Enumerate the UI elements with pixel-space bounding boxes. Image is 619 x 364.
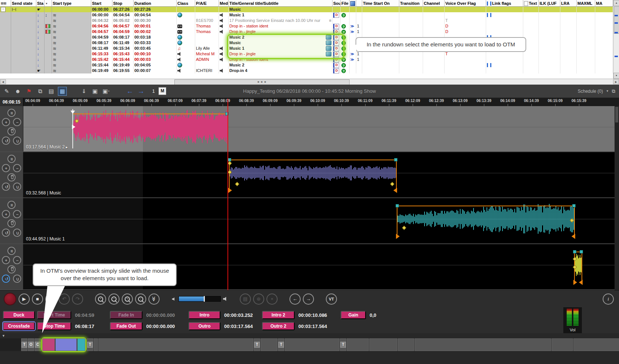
overview-menu-caret-icon[interactable]: ▼ (2, 334, 5, 338)
redo-button[interactable]: ↷ (72, 294, 83, 305)
column-header-stop[interactable]: Stop (112, 0, 134, 6)
group-expander-icon[interactable]: − (1, 7, 6, 12)
rundown-vertical-scrollbar[interactable]: ▲ ▼ (613, 0, 619, 79)
zoom-in-button[interactable]: + (95, 294, 106, 305)
start-time-button[interactable]: Start Time (37, 311, 71, 319)
paste-icon[interactable]: ▤ (47, 87, 56, 96)
column-header-start[interactable]: Start (91, 0, 112, 6)
overview-segment[interactable] (347, 338, 369, 351)
overview-segment[interactable] (55, 338, 77, 351)
fade-handle-icon[interactable] (71, 111, 75, 114)
menu-button[interactable]: ≡ (7, 109, 16, 117)
track-1[interactable]: ≡+−↺∪03:17.564 | Music 2 ▸ (0, 106, 619, 152)
envelope-edge[interactable] (397, 206, 397, 238)
overview-segment-t[interactable]: T (340, 338, 346, 351)
fade-in-button[interactable]: Fade In (110, 311, 143, 319)
column-header-tree[interactable]: ▼ (45, 0, 52, 6)
mode-button[interactable]: M (158, 87, 166, 95)
overview-segment-o[interactable]: O (28, 338, 34, 351)
envelope-handle[interactable] (573, 250, 576, 253)
rundown-row[interactable]: ↓≋06:04:5706:04:5900:00:02ThomasDrop in … (0, 29, 613, 35)
column-header-sour[interactable]: Sour (333, 0, 341, 6)
overview-segment[interactable] (261, 338, 278, 351)
volume-max-icon[interactable] (223, 294, 228, 305)
fade-handle-icon[interactable] (72, 125, 75, 129)
envelope-handle[interactable] (572, 204, 576, 207)
envelope-line[interactable] (397, 206, 575, 206)
column-header-ma[interactable]: MA (595, 0, 613, 6)
record-button[interactable] (4, 293, 16, 305)
timeline-ruler[interactable]: 06:08:15 06:04:0906:04:3906:05:0906:05:3… (0, 98, 619, 106)
hold-button[interactable]: ∪ (13, 183, 21, 191)
trash-button[interactable] (7, 173, 16, 181)
minus-button[interactable]: − (13, 256, 21, 264)
overview-segment[interactable] (398, 338, 414, 351)
hold-button[interactable]: ∪ (13, 275, 21, 283)
intro-2-button[interactable]: Intro 2 (262, 311, 295, 319)
column-header-starttype[interactable]: Start type (52, 0, 91, 6)
loop-button[interactable]: ↺ (2, 137, 10, 145)
voice-track-button[interactable]: VT (326, 294, 337, 305)
scrollbar-thumb[interactable] (614, 6, 619, 34)
mixdown-button[interactable]: ⊛ (253, 294, 264, 305)
column-header-pae[interactable]: P/A/E (195, 0, 219, 6)
envelope-line[interactable] (229, 160, 397, 160)
minus-button[interactable]: − (13, 164, 21, 172)
envelope-handle[interactable] (580, 250, 583, 253)
menu-button[interactable]: ≡ (7, 201, 16, 209)
copy-icon[interactable]: ⧉ (36, 87, 45, 96)
go-previous-button[interactable]: ← (289, 294, 301, 305)
overview-segment[interactable] (94, 338, 98, 351)
gain-button[interactable]: Gain (341, 311, 366, 319)
fade-in-handle-icon[interactable] (396, 234, 400, 239)
overview-segment[interactable] (573, 338, 619, 351)
overview-segment[interactable] (42, 338, 55, 351)
rundown-row[interactable]: ↓≋06:15:4406:19:4900:04:05Music 2D? (0, 62, 613, 68)
play-button[interactable]: ▶ (19, 294, 30, 305)
plus-button[interactable]: + (2, 118, 10, 126)
scrollbar-thumb[interactable]: ■ ■ ■ (174, 79, 350, 85)
go-next-button[interactable]: → (303, 294, 314, 305)
save-plus-icon[interactable]: ▣+ (102, 87, 111, 96)
rundown-horizontal-scrollbar[interactable]: ◀ ■ ■ ■ ▶ (0, 79, 619, 85)
overview-segment[interactable] (551, 338, 573, 351)
scroll-down-icon[interactable]: ▼ (613, 73, 619, 79)
envelope-handle[interactable] (396, 204, 399, 207)
column-header-sendstate[interactable]: Send state (11, 0, 36, 6)
column-header-channel[interactable]: Channel (423, 0, 445, 6)
overview-segment[interactable] (285, 338, 340, 351)
scrollbar-thumb[interactable] (615, 107, 618, 122)
column-header-class[interactable]: Class (177, 0, 195, 6)
column-header-media[interactable]: Media (219, 0, 229, 6)
loop-button[interactable]: ↺ (2, 275, 10, 283)
schedule-dropdown[interactable]: Schedule (0) (578, 89, 603, 94)
overview-segment-t[interactable]: T (87, 338, 93, 351)
column-header-ilk[interactable]: ILK (LUF (539, 0, 560, 6)
stop-button[interactable]: ■ (32, 294, 43, 305)
envelope-line[interactable] (72, 114, 227, 114)
column-header-files[interactable]: File s (341, 0, 350, 6)
track-3[interactable]: ≡+−↺∪03:44.952 | Music 1 (0, 198, 619, 244)
column-header-lra[interactable]: LRA (560, 0, 577, 6)
loop-button[interactable]: ↺ (2, 229, 10, 237)
goto-playhead-icon[interactable]: ⇓ (79, 87, 88, 96)
loop-button[interactable]: ↺ (2, 183, 10, 191)
fade-out-handle-icon[interactable] (393, 188, 397, 193)
crossfade-button[interactable]: Crossfade (3, 322, 35, 330)
overview-segment-t[interactable]: T (21, 338, 27, 351)
outro-button[interactable]: Outro (189, 322, 220, 330)
minus-button[interactable]: − (13, 118, 21, 126)
chevron-down-icon[interactable]: ▼ (606, 89, 609, 93)
column-header-num[interactable] (356, 0, 362, 6)
cancel-button[interactable]: × (266, 294, 278, 305)
rundown-row[interactable]: ↓≋06:15:3306:15:4300:00:10Micheal MDrop … (0, 51, 613, 57)
expand-icon[interactable]: ⧉ (612, 88, 615, 94)
info-button[interactable]: i (603, 294, 614, 305)
track-4-clip[interactable] (574, 244, 582, 290)
pencil-icon[interactable]: ✎ (2, 87, 11, 96)
trash-button[interactable] (7, 127, 16, 135)
duck-button[interactable]: Duck (3, 311, 35, 319)
rundown-row[interactable]: ☛≋06:19:4906:19:5500:00:07ICHTERIDrop-in… (0, 68, 613, 73)
envelope-edge[interactable] (396, 160, 397, 192)
column-header-duration[interactable]: Duration (134, 0, 177, 6)
